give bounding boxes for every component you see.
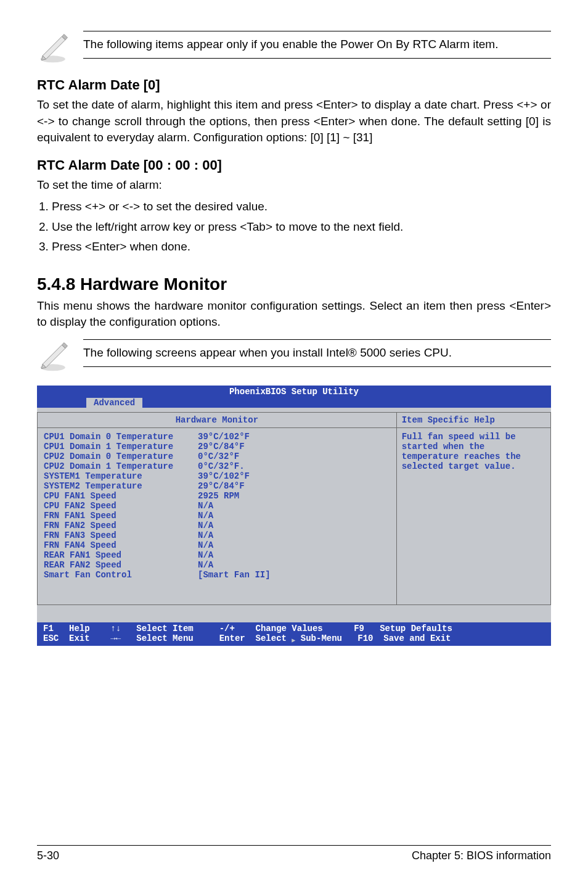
note-text: The following items appear only if you e… <box>83 31 551 59</box>
bios-item-value: N/A <box>198 530 213 540</box>
pencil-note-icon <box>37 339 71 373</box>
bios-item-row[interactable]: Smart Fan Control[Smart Fan II] <box>44 570 390 580</box>
bios-item-value: 29°C/84°F <box>198 481 245 491</box>
bios-item-label: CPU FAN1 Speed <box>44 491 198 501</box>
bios-item-label: CPU FAN2 Speed <box>44 501 198 511</box>
bios-item-row[interactable]: FRN FAN1 SpeedN/A <box>44 511 390 521</box>
bios-item-row[interactable]: CPU1 Domain 0 Temperature39°C/102°F <box>44 432 390 442</box>
bios-item-label: REAR FAN2 Speed <box>44 560 198 570</box>
label-select-item: Select Item <box>136 624 193 633</box>
bios-item-label: CPU2 Domain 1 Temperature <box>44 461 198 471</box>
bios-item-value: N/A <box>198 501 213 511</box>
bios-item-row[interactable]: CPU2 Domain 1 Temperature0°C/32°F. <box>44 461 390 471</box>
bios-item-label: REAR FAN1 Speed <box>44 550 198 560</box>
bios-help-title: Item Specific Help <box>397 413 550 428</box>
bios-item-value: 2925 RPM <box>198 491 239 501</box>
chapter-label: Chapter 5: BIOS information <box>412 849 551 862</box>
bios-item-label: CPU1 Domain 0 Temperature <box>44 432 198 442</box>
key-leftright: →← <box>110 633 121 643</box>
bios-item-value: N/A <box>198 521 213 530</box>
bios-tab-advanced[interactable]: Advanced <box>86 398 142 408</box>
bios-item-label: FRN FAN4 Speed <box>44 540 198 550</box>
rtc-time-heading: RTC Alarm Date [00 : 00 : 00] <box>37 157 551 173</box>
bios-item-label: SYSTEM1 Temperature <box>44 471 198 481</box>
bios-item-value: [Smart Fan II] <box>198 570 271 580</box>
bios-item-label: SYSTEM2 Temperature <box>44 481 198 491</box>
bios-item-value: 39°C/102°F <box>198 432 250 442</box>
label-exit: Exit <box>69 633 90 643</box>
bios-item-value: 29°C/84°F <box>198 442 245 452</box>
rtc-date-heading: RTC Alarm Date [0] <box>37 77 551 93</box>
bios-item-value: N/A <box>198 511 213 521</box>
bios-item-label: CPU2 Domain 0 Temperature <box>44 452 198 461</box>
label-change-values: Change Values <box>256 624 323 633</box>
bios-title: PhoenixBIOS Setup Utility <box>37 386 551 398</box>
bios-item-label: FRN FAN1 Speed <box>44 511 198 521</box>
bios-item-row[interactable]: FRN FAN4 SpeedN/A <box>44 540 390 550</box>
bios-footer: F1 Help ↑↓ Select Item -/+ Change Values… <box>37 622 551 646</box>
key-esc: ESC <box>43 633 59 643</box>
bios-item-row[interactable]: FRN FAN2 SpeedN/A <box>44 521 390 530</box>
bios-item-label: FRN FAN2 Speed <box>44 521 198 530</box>
bios-item-label: FRN FAN3 Speed <box>44 530 198 540</box>
bios-item-row[interactable]: SYSTEM2 Temperature29°C/84°F <box>44 481 390 491</box>
note-block-2: The following screens appear when you in… <box>37 339 551 373</box>
key-f1: F1 <box>43 624 69 633</box>
label-select-submenu: Select ▶ Sub-Menu <box>256 633 342 643</box>
bios-item-value: 0°C/32°F <box>198 452 239 461</box>
label-setup-defaults: Setup Defaults <box>380 624 452 633</box>
bios-item-row[interactable]: CPU1 Domain 1 Temperature29°C/84°F <box>44 442 390 452</box>
key-f9: F9 <box>354 624 364 633</box>
label-select-menu: Select Menu <box>136 633 193 643</box>
key-plusminus: -/+ <box>219 624 235 633</box>
bios-tab-bar: Advanced <box>37 398 551 408</box>
bios-left-panel: Hardware Monitor CPU1 Domain 0 Temperatu… <box>38 413 397 604</box>
bios-item-label: CPU1 Domain 1 Temperature <box>44 442 198 452</box>
bios-item-row[interactable]: CPU2 Domain 0 Temperature0°C/32°F <box>44 452 390 461</box>
bios-item-value: N/A <box>198 560 213 570</box>
bios-item-row[interactable]: CPU FAN2 SpeedN/A <box>44 501 390 511</box>
note-text: The following screens appear when you in… <box>83 339 551 367</box>
rtc-date-body: To set the date of alarm, highlight this… <box>37 97 551 146</box>
triangle-right-icon: ▶ <box>292 637 295 644</box>
bios-right-panel: Item Specific Help Full fan speed will b… <box>397 413 550 604</box>
bios-help-text: Full fan speed will be started when the … <box>397 428 550 475</box>
bios-body: Hardware Monitor CPU1 Domain 0 Temperatu… <box>37 412 551 605</box>
bios-item-list: CPU1 Domain 0 Temperature39°C/102°FCPU1 … <box>38 428 396 604</box>
bios-screenshot: PhoenixBIOS Setup Utility Advanced Hardw… <box>37 386 551 646</box>
hw-monitor-body: This menu shows the hardware monitor con… <box>37 298 551 331</box>
pencil-note-icon <box>37 31 71 65</box>
label-help: Help <box>69 624 90 633</box>
page-footer: 5-30 Chapter 5: BIOS information <box>37 845 551 862</box>
note-block-1: The following items appear only if you e… <box>37 31 551 65</box>
bios-panel-title: Hardware Monitor <box>38 413 396 428</box>
key-f10: F10 <box>357 633 373 643</box>
bios-item-value: N/A <box>198 550 213 560</box>
rtc-time-intro: To set the time of alarm: <box>37 177 551 194</box>
label-save-exit: Save and Exit <box>383 633 451 643</box>
bios-item-row[interactable]: SYSTEM1 Temperature39°C/102°F <box>44 471 390 481</box>
bios-item-row[interactable]: FRN FAN3 SpeedN/A <box>44 530 390 540</box>
page-number: 5-30 <box>37 849 59 862</box>
key-updown: ↑↓ <box>110 624 121 633</box>
bios-item-value: 0°C/32°F. <box>198 461 245 471</box>
bios-item-value: N/A <box>198 540 213 550</box>
hw-monitor-heading: 5.4.8 Hardware Monitor <box>37 274 551 294</box>
list-item: Use the left/right arrow key or press <T… <box>52 218 551 236</box>
list-item: Press <Enter> when done. <box>52 238 551 256</box>
rtc-time-steps: Press <+> or <-> to set the desired valu… <box>37 198 551 256</box>
bios-item-value: 39°C/102°F <box>198 471 250 481</box>
bios-item-row[interactable]: REAR FAN1 SpeedN/A <box>44 550 390 560</box>
key-enter: Enter <box>219 633 245 643</box>
bios-item-row[interactable]: CPU FAN1 Speed2925 RPM <box>44 491 390 501</box>
list-item: Press <+> or <-> to set the desired valu… <box>52 198 551 216</box>
bios-item-label: Smart Fan Control <box>44 570 198 580</box>
bios-item-row[interactable]: REAR FAN2 SpeedN/A <box>44 560 390 570</box>
